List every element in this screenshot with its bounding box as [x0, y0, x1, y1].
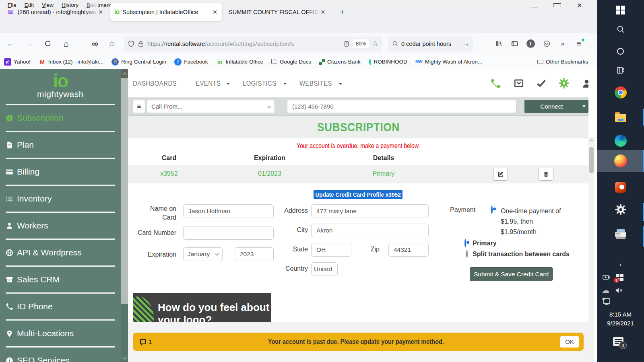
- tab-summit-county[interactable]: SUMMIT COUNTY FISCAL OFFICE PR ✕: [225, 3, 330, 21]
- scroll-up-button[interactable]: [121, 69, 128, 78]
- split-transaction-radio[interactable]: [466, 250, 468, 258]
- tab-close-icon[interactable]: ✕: [97, 9, 104, 15]
- minimize-button[interactable]: [528, 2, 541, 9]
- phone-header-icon[interactable]: [489, 77, 502, 89]
- bookmark-citizens-bank[interactable]: Citizens Bank: [319, 59, 361, 65]
- overflow-chevrons-icon[interactable]: »: [556, 37, 569, 50]
- pocket-icon[interactable]: [540, 37, 553, 50]
- sidebar-item-workers[interactable]: Workers: [0, 213, 121, 239]
- alert-ok-button[interactable]: OK: [560, 336, 579, 348]
- address-input[interactable]: [311, 204, 429, 218]
- onedrive-cloud-icon[interactable]: ☁: [602, 286, 609, 295]
- bookmark-facebook[interactable]: fFacebook: [174, 58, 208, 66]
- home-button[interactable]: ⌂: [60, 37, 72, 50]
- submit-save-card-button[interactable]: Submit & Save Credit Card: [470, 267, 553, 281]
- city-input[interactable]: [311, 224, 429, 237]
- tasks-header-icon[interactable]: [535, 77, 547, 89]
- sidebar-item-billing[interactable]: Billing: [0, 159, 121, 185]
- adblock-extension-icon[interactable]: ∞: [89, 37, 101, 50]
- ethernet-network-icon[interactable]: [602, 297, 611, 306]
- nav-logistics[interactable]: LOGISTICS: [243, 80, 287, 88]
- scroll-down-button[interactable]: [121, 358, 128, 359]
- clock-date[interactable]: 9/29/2021: [597, 320, 644, 327]
- scroll-up-button[interactable]: [588, 138, 594, 143]
- sidebar-toggle-icon[interactable]: [508, 37, 521, 50]
- reload-button[interactable]: [41, 37, 54, 50]
- delete-card-button[interactable]: [539, 168, 553, 181]
- connect-dropdown[interactable]: [579, 100, 588, 113]
- sidebar-item-inventory[interactable]: Inventory: [0, 186, 121, 212]
- primary-radio[interactable]: [464, 239, 466, 247]
- country-select[interactable]: United: [311, 262, 338, 276]
- bookmark-inbox[interactable]: MInbox (12) - info@akr...: [39, 58, 104, 66]
- bookmark-inflatable-office[interactable]: ioInflatable Office: [216, 58, 263, 66]
- download-star-extension-icon[interactable]: ☆: [105, 37, 118, 50]
- settings-header-icon[interactable]: [558, 77, 570, 89]
- card-number-input[interactable]: [183, 226, 274, 240]
- taskbar-chrome-button[interactable]: [597, 85, 644, 100]
- scrollbar-thumb[interactable]: [121, 304, 128, 362]
- taskbar-search-button[interactable]: [597, 23, 644, 35]
- sidebar-item-multi-locations[interactable]: Multi-Locations: [0, 321, 121, 346]
- expiration-year-input[interactable]: [235, 247, 274, 261]
- account-header-icon[interactable]: [580, 77, 588, 89]
- search-go-arrow-icon[interactable]: →: [462, 40, 469, 48]
- name-on-card-input[interactable]: [183, 204, 274, 218]
- tab-subscription[interactable]: io Subscription | InflatableOffice ✕: [110, 3, 222, 21]
- lock-icon[interactable]: [138, 41, 144, 47]
- zip-input[interactable]: [388, 243, 429, 257]
- nav-websites[interactable]: WEBSITES: [299, 80, 342, 88]
- task-view-button[interactable]: [597, 64, 644, 76]
- call-menu-button[interactable]: ≡: [133, 100, 145, 113]
- content-scrollbar[interactable]: [588, 137, 594, 362]
- app-squares-tray-icon[interactable]: 1: [616, 274, 623, 281]
- taskbar-file-explorer-button[interactable]: [597, 109, 644, 124]
- extension-circle-icon[interactable]: I: [524, 37, 537, 50]
- nav-dashboards[interactable]: DASHBOARDS: [133, 80, 183, 88]
- taskbar-printer-button[interactable]: [597, 226, 644, 242]
- sidebar-item-subscription[interactable]: Subscription: [0, 105, 121, 131]
- sidebar-item-plan[interactable]: Plan: [0, 132, 121, 158]
- scrollbar-thumb[interactable]: [589, 147, 594, 173]
- expiration-month-select[interactable]: January: [183, 247, 223, 261]
- url-bar[interactable]: https://rental.software/account/#/settin…: [124, 37, 382, 51]
- hamburger-menu-icon[interactable]: ≡: [572, 37, 585, 50]
- tab-close-icon[interactable]: ✕: [212, 9, 218, 15]
- library-icon[interactable]: [492, 37, 505, 50]
- call-from-select[interactable]: Call From...: [147, 100, 275, 113]
- shield-icon[interactable]: [128, 41, 134, 47]
- screen-record-tray-icon[interactable]: [602, 274, 611, 282]
- bookmark-robinhood[interactable]: ROBINHOOD: [369, 59, 407, 65]
- back-button[interactable]: ←: [4, 37, 17, 50]
- search-bar[interactable]: 0 cedar point hours →: [388, 37, 473, 51]
- tab-close-icon[interactable]: ✕: [320, 9, 326, 15]
- taskbar-office-button[interactable]: [597, 180, 644, 194]
- firefox-button[interactable]: [597, 154, 644, 167]
- phone-number-input[interactable]: [287, 100, 516, 113]
- messages-header-icon[interactable]: [513, 77, 525, 89]
- sidebar-item-api-wordpress[interactable]: API & Wordpress: [0, 240, 121, 265]
- bookmark-ringcentral[interactable]: RRing Central Login: [111, 58, 166, 66]
- restore-button[interactable]: [551, 2, 563, 9]
- bookmark-yahoo[interactable]: y!Yahoo!: [4, 58, 31, 66]
- taskbar-settings-button[interactable]: [597, 202, 644, 217]
- bookmark-google-docs[interactable]: Google Docs: [271, 59, 311, 65]
- bookmark-star-icon[interactable]: ☆: [372, 39, 378, 48]
- taskbar-firefox-active-cell[interactable]: [597, 150, 644, 172]
- close-button[interactable]: ✕: [574, 2, 586, 9]
- action-center-button[interactable]: 3: [613, 337, 623, 346]
- reader-mode-icon[interactable]: [343, 41, 350, 47]
- bookmark-mighty-wash[interactable]: MWMighty Wash of Akron...: [415, 58, 482, 66]
- sidebar-item-io-phone[interactable]: IO Phone: [0, 294, 121, 319]
- sidebar-scrollbar[interactable]: [121, 69, 128, 362]
- edit-card-button[interactable]: [493, 168, 508, 181]
- clock-time[interactable]: 8:15 AM: [597, 311, 644, 318]
- connect-button[interactable]: Connect: [524, 100, 588, 113]
- start-button[interactable]: [597, 4, 644, 16]
- nav-events[interactable]: EVENTS: [196, 80, 230, 88]
- sidebar-item-sales-crm[interactable]: Sales CRM: [0, 267, 121, 292]
- taskbar-edge-button[interactable]: [597, 134, 644, 148]
- other-bookmarks[interactable]: Other Bookmarks: [537, 59, 588, 65]
- muted-speaker-icon[interactable]: [615, 287, 623, 294]
- cortana-button[interactable]: [597, 45, 644, 57]
